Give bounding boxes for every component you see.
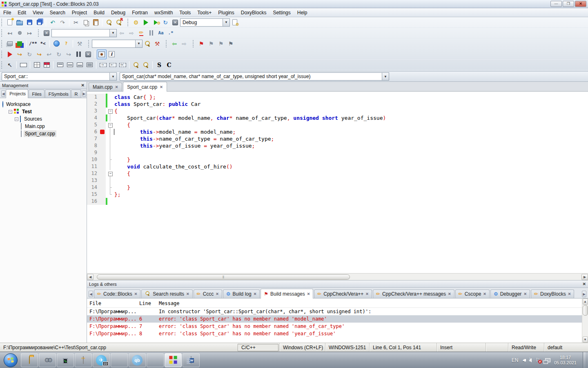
debug-info-button[interactable] <box>107 49 116 59</box>
marker-margin[interactable] <box>99 170 106 177</box>
editor-tab-main-cpp[interactable]: Main.cpp✕ <box>89 83 122 91</box>
line-number[interactable]: 6 <box>87 128 99 135</box>
wxsmith-align-bottom-button[interactable] <box>75 60 85 70</box>
toolbar-grip[interactable] <box>1 61 3 69</box>
incsearch-clear-button[interactable] <box>42 28 51 38</box>
wxsmith-show-containers-button[interactable]: C <box>164 60 174 70</box>
scroll-down-icon[interactable]: ▼ <box>583 337 588 343</box>
menu-tools+[interactable]: Tools+ <box>194 9 215 17</box>
code-line[interactable]: 13 <box>87 177 588 184</box>
line-number[interactable]: 16 <box>87 198 99 205</box>
line-number[interactable]: 11 <box>87 163 99 170</box>
sidebar-tab-projects[interactable]: Projects <box>6 89 28 98</box>
code-line[interactable]: 5 { <box>87 121 588 128</box>
log-tab-debugger[interactable]: ⚙Debugger✕ <box>490 289 530 298</box>
log-tab-doxyblocks[interactable]: ✏DoxyBlocks✕ <box>531 289 574 298</box>
log-tab-build-log[interactable]: ⚙Build log✕ <box>223 289 260 298</box>
network-icon[interactable] <box>545 358 550 362</box>
sidebar-tab-r[interactable]: R <box>71 90 81 98</box>
open-file-button[interactable] <box>15 18 24 27</box>
marker-margin[interactable] <box>99 135 106 142</box>
copy-button[interactable] <box>81 18 91 27</box>
tab-close-icon[interactable]: ✕ <box>365 292 369 296</box>
fold-collapse-icon[interactable] <box>107 170 113 177</box>
toolbar-grip[interactable] <box>193 40 195 47</box>
volume-icon[interactable] <box>529 358 532 362</box>
expander-icon[interactable]: − <box>15 117 18 121</box>
line-number[interactable]: 9 <box>87 149 99 156</box>
taskbar-vscode[interactable] <box>147 353 164 367</box>
action-center-icon[interactable]: ⚐ <box>535 357 540 363</box>
sidebar-tab-files[interactable]: Files <box>29 90 45 98</box>
close-button[interactable]: ✕ <box>575 1 586 7</box>
next-bookmark-button[interactable]: ⚑ <box>216 39 226 49</box>
table-row[interactable]: F:\Программир...8error: 'class Sport_car… <box>87 330 582 337</box>
scroll-left-icon[interactable]: ◀ <box>87 274 94 280</box>
marker-margin[interactable] <box>99 184 106 191</box>
marker-margin[interactable] <box>99 156 106 163</box>
menu-edit[interactable]: Edit <box>14 9 29 17</box>
tree-item-main-cpp[interactable]: Main.cpp <box>0 123 87 130</box>
marker-margin[interactable] <box>99 114 106 121</box>
code-area[interactable]: 1class Car{ };2class Sport_car: public C… <box>87 92 588 273</box>
tab-close-icon[interactable]: ✕ <box>186 292 189 296</box>
expander-icon[interactable]: − <box>9 110 12 114</box>
log-tab-scroll-left-icon[interactable]: ◀ <box>89 291 93 297</box>
line-number[interactable]: 5 <box>87 121 99 128</box>
sidebar-tab-fsymbols[interactable]: FSymbols <box>45 90 71 98</box>
management-close-icon[interactable]: ✕ <box>81 83 85 88</box>
code-line[interactable]: 2class Sport_car: public Car <box>87 101 588 108</box>
chevron-down-icon[interactable]: ▼ <box>382 73 389 80</box>
toolbar-grip[interactable] <box>1 51 3 58</box>
line-number[interactable]: 8 <box>87 142 99 149</box>
wxsmith-zoom-in-button[interactable] <box>131 60 141 70</box>
table-row[interactable]: F:\Программир...7error: 'class Sport_car… <box>87 323 582 330</box>
replace-button[interactable]: R <box>114 18 124 27</box>
marker-margin[interactable] <box>99 142 106 149</box>
chevron-down-icon[interactable]: ▼ <box>223 19 229 26</box>
prev-bookmark-button[interactable]: ⚑ <box>206 39 216 49</box>
log-tab-build-messages[interactable]: ⚑Build messages✕ <box>261 289 313 298</box>
tab-close-icon[interactable]: ✕ <box>483 292 486 296</box>
marker-margin[interactable] <box>99 149 106 156</box>
tree-item-sources[interactable]: −Sources <box>0 115 87 123</box>
menu-debug[interactable]: Debug <box>108 9 129 17</box>
wxsmith-align-middle-button[interactable] <box>65 60 75 70</box>
language-indicator[interactable]: EN <box>512 357 519 363</box>
table-row[interactable]: F:\Программир...In constructor 'Sport_ca… <box>87 308 582 315</box>
tab-scroll-right-icon[interactable]: ▶ <box>82 90 86 97</box>
incsearch-input[interactable]: ▼ <box>51 29 117 37</box>
taskbar-chrome[interactable] <box>111 353 128 367</box>
undo-button[interactable]: ↶ <box>48 18 58 27</box>
fold-collapse-icon[interactable] <box>107 108 113 114</box>
marker-margin[interactable] <box>99 128 106 135</box>
tab-close-icon[interactable]: ✕ <box>568 292 571 296</box>
vscroll-thumb[interactable] <box>583 305 588 316</box>
marker-margin[interactable] <box>99 198 106 205</box>
compiler-options-button[interactable] <box>230 18 240 27</box>
toolbar-grip[interactable] <box>88 40 90 47</box>
doxy-wizard-button[interactable] <box>15 39 24 49</box>
clear-bookmarks-button[interactable]: ⚑ <box>226 39 236 49</box>
doxy-www-button[interactable] <box>51 39 61 49</box>
marker-margin[interactable] <box>99 101 106 108</box>
menu-tools[interactable]: Tools <box>176 9 194 17</box>
tab-close-icon[interactable]: ✕ <box>523 292 527 296</box>
debug-run-button[interactable] <box>5 49 15 59</box>
wxsmith-pointer-button[interactable]: ↖ <box>5 60 15 70</box>
build-and-run-button[interactable] <box>151 18 160 27</box>
wxsmith-sizer-button[interactable] <box>32 60 42 70</box>
line-number[interactable]: 1 <box>87 94 99 101</box>
wxsmith-align-fill-button[interactable] <box>85 60 94 70</box>
line-number[interactable]: 3 <box>87 108 99 114</box>
save-button[interactable] <box>24 18 34 27</box>
step-into-instruction-button[interactable]: ↪ <box>64 49 74 59</box>
code-line[interactable]: 3{ <box>87 108 588 114</box>
save-all-button[interactable] <box>34 18 44 27</box>
code-line[interactable]: 14 } <box>87 184 588 191</box>
pause-debugger-button[interactable] <box>74 49 83 59</box>
debugging-windows-button[interactable] <box>97 49 107 59</box>
toolbar-grip[interactable] <box>166 40 168 47</box>
match-case-button[interactable]: Aa <box>156 28 166 38</box>
highlight-occurrences-button[interactable]: ✏ <box>136 28 146 38</box>
